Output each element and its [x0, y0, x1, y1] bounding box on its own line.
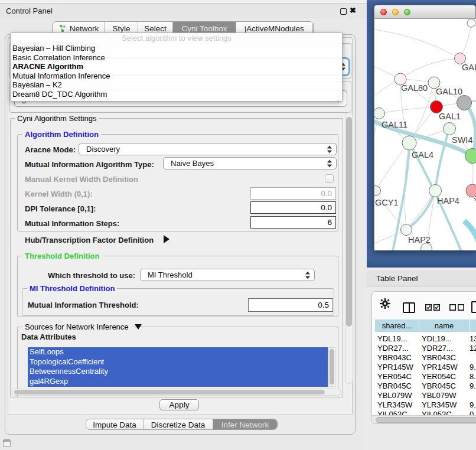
network-edge[interactable]: [376, 143, 409, 191]
network-edge[interactable]: [406, 191, 435, 230]
dpi-tolerance-label: DPI Tolerance [0,1]:: [25, 204, 96, 213]
network-node-gal4[interactable]: [402, 136, 416, 150]
table-horizontal-scrollbar[interactable]: [372, 415, 476, 423]
table-row[interactable]: YBL079WYBL079W: [375, 390, 476, 400]
network-node-gcy1[interactable]: [374, 186, 381, 196]
network-icon: [58, 24, 67, 32]
network-canvas[interactable]: GAL2GAL80GAL10GAL1GAL11SWI4GAL4HAP4YGCY1…: [374, 19, 476, 250]
dropdown-header: Select algorithm to view settings: [11, 33, 342, 44]
network-node-gal11[interactable]: [374, 108, 385, 119]
hub-transcription-label[interactable]: Hub/Transcription Factor Definition: [25, 236, 154, 244]
scrollbar-thumb[interactable]: [330, 349, 334, 384]
expand-arrow-icon[interactable]: [164, 235, 169, 243]
network-node-hap2[interactable]: [401, 224, 412, 236]
mi-steps-input[interactable]: 6: [250, 216, 336, 229]
network-edge[interactable]: [464, 103, 475, 156]
scrollbar-thumb[interactable]: [376, 417, 476, 423]
dropdown-item[interactable]: Mutual Information Inference: [11, 71, 342, 81]
data-attribute-item[interactable]: gal4RGexp: [28, 377, 328, 387]
network-node-y[interactable]: [466, 184, 476, 197]
apply-button[interactable]: Apply: [159, 399, 199, 410]
manual-kernel-width-checkbox[interactable]: [325, 174, 334, 183]
aracne-mode-label: Aracne Mode:: [25, 145, 76, 154]
deselect-all-icon2[interactable]: [458, 304, 464, 311]
mi-threshold-input[interactable]: 0.5: [248, 298, 333, 312]
minimize-traffic-light[interactable]: [392, 9, 399, 15]
combo-arrows-icon: [327, 145, 332, 153]
table-row[interactable]: YIL052CYIL052C0.: [375, 409, 476, 415]
select-all-icon2[interactable]: [433, 304, 440, 311]
combo-arrows-icon: [327, 159, 332, 167]
select-all-icon[interactable]: [425, 304, 432, 311]
bottom-tabs: Impute DataDiscretize DataInfer Network: [86, 419, 278, 430]
network-node-hap4[interactable]: [429, 185, 442, 197]
network-node-swi4[interactable]: [444, 123, 456, 135]
table-icon[interactable]: [471, 301, 476, 313]
close-icon[interactable]: ✖: [350, 6, 356, 15]
data-attributes-list[interactable]: SelfLoopsTopologicalCoefficientBetweenne…: [28, 347, 328, 387]
bottom-tab-impute-data[interactable]: Impute Data: [86, 419, 144, 430]
settings-horizontal-scrollbar[interactable]: [12, 389, 341, 396]
float-window-icon[interactable]: [340, 8, 347, 15]
column-header-name[interactable]: name: [419, 319, 469, 332]
node-label: SWI4: [452, 135, 472, 145]
deselect-all-icon[interactable]: [449, 304, 456, 311]
dpi-tolerance-input[interactable]: 0.0: [250, 201, 336, 214]
network-node[interactable]: [467, 19, 475, 27]
table-row[interactable]: YDL19...YDL19...13: [375, 334, 476, 343]
node-label: GAL4: [412, 150, 433, 159]
network-window-titlebar[interactable]: [374, 5, 475, 19]
attributes-list-scrollbar[interactable]: [328, 347, 335, 387]
split-columns-icon[interactable]: [403, 302, 415, 313]
algorithm-dropdown: Select algorithm to view settings Bayesi…: [11, 32, 343, 102]
dropdown-item[interactable]: Dream8 DC_TDC Algorithm: [11, 90, 342, 99]
network-edge[interactable]: [400, 58, 460, 79]
table-row[interactable]: YER054CYER054C8.: [375, 371, 476, 381]
network-edge[interactable]: [374, 30, 460, 58]
mi-threshold-label: Mutual Information Threshold:: [28, 301, 139, 309]
table-row[interactable]: YPR145WYPR145W9.: [375, 362, 476, 371]
column-header-shared...[interactable]: shared...: [375, 319, 419, 332]
zoom-traffic-light[interactable]: [404, 9, 410, 15]
close-traffic-light[interactable]: [380, 9, 387, 15]
collapse-arrow-icon[interactable]: [135, 324, 142, 330]
table-header: shared...name: [375, 319, 476, 332]
bottom-tab-discretize-data[interactable]: Discretize Data: [144, 419, 213, 430]
table-body: YDL19...YDL19...13YDR27...YDR27...12YBR0…: [375, 334, 476, 415]
table-panel-title: Table Panel: [376, 274, 418, 283]
settings-gear-icon[interactable]: [380, 298, 390, 309]
table-row[interactable]: YDR27...YDR27...12: [375, 343, 476, 353]
bottom-tab-infer-network[interactable]: Infer Network: [213, 419, 277, 430]
table-row[interactable]: YBR045CYBR045C9.: [375, 381, 476, 390]
table-panel-box: shared...name YDL19...YDL19...13YDR27...…: [371, 291, 476, 424]
dropdown-item[interactable]: Basic Correlation Inference: [11, 53, 342, 63]
dropdown-item[interactable]: ARACNE Algorithm: [11, 62, 342, 71]
titlebar-top-strip: [0, 0, 367, 4]
network-edge[interactable]: [374, 113, 379, 155]
mi-threshold-definition-title: MI Threshold Definition: [27, 284, 117, 293]
data-attribute-item[interactable]: BetweennessCentrality: [28, 367, 328, 377]
column-header-partial[interactable]: [470, 319, 476, 332]
network-window: GAL2GAL80GAL10GAL1GAL11SWI4GAL4HAP4YGCY1…: [374, 5, 476, 250]
settings-vertical-scrollbar[interactable]: [345, 112, 353, 384]
network-edge[interactable]: [379, 107, 436, 113]
kernel-width-input[interactable]: 0.0: [250, 187, 336, 200]
table-row[interactable]: YBR043CYBR043C: [375, 353, 476, 362]
scrollbar-thumb[interactable]: [346, 117, 352, 327]
dock-window-icon[interactable]: [3, 439, 11, 447]
node-label: GAL10: [436, 87, 462, 96]
data-attribute-item[interactable]: SelfLoops: [28, 347, 328, 357]
which-threshold-combobox[interactable]: MI Threshold: [140, 269, 315, 281]
control-panel-titlebar: Control Panel ✖: [0, 4, 367, 18]
dropdown-item[interactable]: Bayesian – Hill Climbing: [11, 44, 342, 53]
aracne-mode-combobox[interactable]: Discovery: [79, 143, 337, 155]
scrollbar-thumb[interactable]: [14, 390, 325, 394]
dropdown-item[interactable]: Bayesian – K2: [11, 80, 342, 90]
data-attribute-item[interactable]: TopologicalCoefficient: [28, 357, 328, 367]
table-row[interactable]: YLR345WYLR345W9.: [375, 400, 476, 409]
network-edge[interactable]: [464, 221, 476, 250]
mi-steps-label: Mutual Information Steps:: [25, 219, 119, 228]
node-label: GAL1: [439, 112, 461, 121]
network-node[interactable]: [457, 96, 472, 110]
mi-algorithm-type-combobox[interactable]: Naive Bayes: [163, 157, 337, 169]
